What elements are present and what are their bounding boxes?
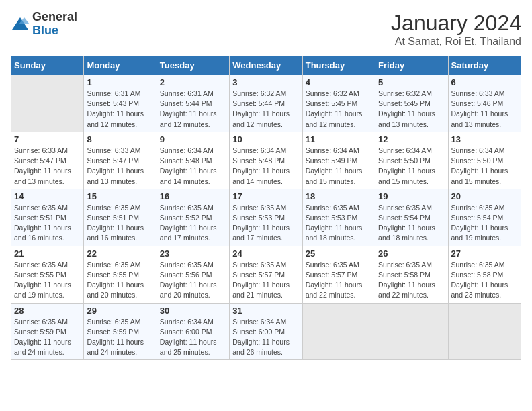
day-detail: Sunrise: 6:31 AMSunset: 5:44 PMDaylight:…	[160, 89, 226, 130]
calendar-cell: 28Sunrise: 6:35 AMSunset: 5:59 PMDayligh…	[11, 303, 84, 360]
day-number: 5	[378, 77, 445, 87]
day-number: 27	[451, 248, 518, 259]
day-number: 2	[160, 77, 226, 87]
calendar-cell: 23Sunrise: 6:35 AMSunset: 5:56 PMDayligh…	[157, 246, 229, 303]
day-detail: Sunrise: 6:35 AMSunset: 5:51 PMDaylight:…	[87, 203, 153, 244]
day-number: 23	[160, 248, 226, 259]
calendar-week-row: 14Sunrise: 6:35 AMSunset: 5:51 PMDayligh…	[11, 189, 521, 246]
day-number: 18	[306, 191, 372, 201]
day-detail: Sunrise: 6:35 AMSunset: 5:55 PMDaylight:…	[14, 260, 81, 301]
calendar-cell	[448, 303, 521, 360]
day-number: 17	[232, 191, 299, 201]
page-subtitle: At Samat, Roi Et, Thailand	[391, 36, 521, 48]
calendar-cell: 12Sunrise: 6:34 AMSunset: 5:50 PMDayligh…	[375, 132, 448, 189]
calendar-week-row: 28Sunrise: 6:35 AMSunset: 5:59 PMDayligh…	[11, 303, 521, 360]
day-number: 11	[306, 134, 372, 144]
calendar-week-row: 7Sunrise: 6:33 AMSunset: 5:47 PMDaylight…	[11, 132, 521, 189]
title-block: January 2024 At Samat, Roi Et, Thailand	[391, 11, 521, 48]
calendar-cell: 9Sunrise: 6:34 AMSunset: 5:48 PMDaylight…	[157, 132, 229, 189]
day-detail: Sunrise: 6:35 AMSunset: 5:58 PMDaylight:…	[378, 260, 445, 301]
day-number: 15	[87, 191, 153, 201]
day-number: 16	[160, 191, 226, 201]
page-title: January 2024	[391, 11, 521, 36]
day-number: 20	[451, 191, 518, 201]
day-number: 22	[87, 248, 153, 259]
day-detail: Sunrise: 6:35 AMSunset: 5:56 PMDaylight:…	[160, 260, 226, 301]
calendar-cell: 1Sunrise: 6:31 AMSunset: 5:43 PMDaylight…	[84, 75, 157, 132]
day-detail: Sunrise: 6:35 AMSunset: 5:53 PMDaylight:…	[232, 203, 299, 244]
weekday-header-saturday: Saturday	[448, 56, 521, 75]
calendar-cell: 25Sunrise: 6:35 AMSunset: 5:57 PMDayligh…	[302, 246, 375, 303]
day-number: 25	[306, 248, 372, 259]
day-number: 26	[378, 248, 445, 259]
day-number: 7	[14, 134, 81, 144]
day-number: 4	[306, 77, 372, 87]
day-detail: Sunrise: 6:34 AMSunset: 5:48 PMDaylight:…	[160, 146, 226, 187]
day-detail: Sunrise: 6:35 AMSunset: 5:59 PMDaylight:…	[87, 317, 153, 358]
calendar-cell: 20Sunrise: 6:35 AMSunset: 5:54 PMDayligh…	[448, 189, 521, 246]
calendar-cell: 22Sunrise: 6:35 AMSunset: 5:55 PMDayligh…	[84, 246, 157, 303]
calendar-week-row: 1Sunrise: 6:31 AMSunset: 5:43 PMDaylight…	[11, 75, 521, 132]
day-detail: Sunrise: 6:34 AMSunset: 6:00 PMDaylight:…	[160, 317, 226, 358]
day-number: 12	[378, 134, 445, 144]
day-detail: Sunrise: 6:35 AMSunset: 5:59 PMDaylight:…	[14, 317, 81, 358]
calendar-cell: 26Sunrise: 6:35 AMSunset: 5:58 PMDayligh…	[375, 246, 448, 303]
day-detail: Sunrise: 6:35 AMSunset: 5:53 PMDaylight:…	[306, 203, 372, 244]
weekday-header-tuesday: Tuesday	[157, 56, 229, 75]
calendar-cell: 6Sunrise: 6:33 AMSunset: 5:46 PMDaylight…	[448, 75, 521, 132]
calendar-week-row: 21Sunrise: 6:35 AMSunset: 5:55 PMDayligh…	[11, 246, 521, 303]
day-detail: Sunrise: 6:33 AMSunset: 5:46 PMDaylight:…	[451, 89, 518, 130]
day-number: 24	[232, 248, 299, 259]
calendar-cell: 2Sunrise: 6:31 AMSunset: 5:44 PMDaylight…	[157, 75, 229, 132]
day-detail: Sunrise: 6:34 AMSunset: 5:49 PMDaylight:…	[306, 146, 372, 187]
calendar-cell: 18Sunrise: 6:35 AMSunset: 5:53 PMDayligh…	[302, 189, 375, 246]
calendar-cell	[375, 303, 448, 360]
weekday-header-friday: Friday	[375, 56, 448, 75]
calendar-cell: 11Sunrise: 6:34 AMSunset: 5:49 PMDayligh…	[302, 132, 375, 189]
day-detail: Sunrise: 6:34 AMSunset: 5:48 PMDaylight:…	[232, 146, 299, 187]
day-detail: Sunrise: 6:35 AMSunset: 5:58 PMDaylight:…	[451, 260, 518, 301]
calendar-cell	[302, 303, 375, 360]
calendar-cell: 15Sunrise: 6:35 AMSunset: 5:51 PMDayligh…	[84, 189, 157, 246]
calendar-cell: 17Sunrise: 6:35 AMSunset: 5:53 PMDayligh…	[230, 189, 302, 246]
day-number: 30	[160, 306, 226, 316]
day-number: 1	[87, 77, 153, 87]
day-number: 13	[451, 134, 518, 144]
logo-blue-text: Blue	[32, 24, 58, 37]
day-detail: Sunrise: 6:34 AMSunset: 5:50 PMDaylight:…	[451, 146, 518, 187]
calendar-cell: 21Sunrise: 6:35 AMSunset: 5:55 PMDayligh…	[11, 246, 84, 303]
day-number: 21	[14, 248, 81, 259]
day-detail: Sunrise: 6:33 AMSunset: 5:47 PMDaylight:…	[14, 146, 81, 187]
calendar-cell: 14Sunrise: 6:35 AMSunset: 5:51 PMDayligh…	[11, 189, 84, 246]
calendar-cell: 19Sunrise: 6:35 AMSunset: 5:54 PMDayligh…	[375, 189, 448, 246]
day-number: 10	[232, 134, 299, 144]
day-detail: Sunrise: 6:35 AMSunset: 5:57 PMDaylight:…	[232, 260, 299, 301]
weekday-header-thursday: Thursday	[302, 56, 375, 75]
day-detail: Sunrise: 6:35 AMSunset: 5:51 PMDaylight:…	[14, 203, 81, 244]
calendar-cell: 27Sunrise: 6:35 AMSunset: 5:58 PMDayligh…	[448, 246, 521, 303]
day-number: 31	[232, 306, 299, 316]
calendar-cell: 7Sunrise: 6:33 AMSunset: 5:47 PMDaylight…	[11, 132, 84, 189]
calendar-cell: 3Sunrise: 6:32 AMSunset: 5:44 PMDaylight…	[230, 75, 302, 132]
weekday-header-monday: Monday	[84, 56, 157, 75]
calendar-table: SundayMondayTuesdayWednesdayThursdayFrid…	[11, 56, 521, 360]
day-number: 14	[14, 191, 81, 201]
weekday-header-wednesday: Wednesday	[230, 56, 302, 75]
day-detail: Sunrise: 6:34 AMSunset: 5:50 PMDaylight:…	[378, 146, 445, 187]
logo-icon	[11, 15, 30, 34]
day-detail: Sunrise: 6:31 AMSunset: 5:43 PMDaylight:…	[87, 89, 153, 130]
calendar-cell	[11, 75, 84, 132]
page-header: General Blue January 2024 At Samat, Roi …	[11, 11, 521, 48]
calendar-cell: 29Sunrise: 6:35 AMSunset: 5:59 PMDayligh…	[84, 303, 157, 360]
day-detail: Sunrise: 6:35 AMSunset: 5:55 PMDaylight:…	[87, 260, 153, 301]
day-number: 8	[87, 134, 153, 144]
day-number: 28	[14, 306, 81, 316]
calendar-cell: 13Sunrise: 6:34 AMSunset: 5:50 PMDayligh…	[448, 132, 521, 189]
day-detail: Sunrise: 6:33 AMSunset: 5:47 PMDaylight:…	[87, 146, 153, 187]
day-number: 29	[87, 306, 153, 316]
day-detail: Sunrise: 6:35 AMSunset: 5:57 PMDaylight:…	[306, 260, 372, 301]
day-detail: Sunrise: 6:35 AMSunset: 5:54 PMDaylight:…	[378, 203, 445, 244]
calendar-cell: 4Sunrise: 6:32 AMSunset: 5:45 PMDaylight…	[302, 75, 375, 132]
calendar-cell: 8Sunrise: 6:33 AMSunset: 5:47 PMDaylight…	[84, 132, 157, 189]
day-detail: Sunrise: 6:32 AMSunset: 5:44 PMDaylight:…	[232, 89, 299, 130]
